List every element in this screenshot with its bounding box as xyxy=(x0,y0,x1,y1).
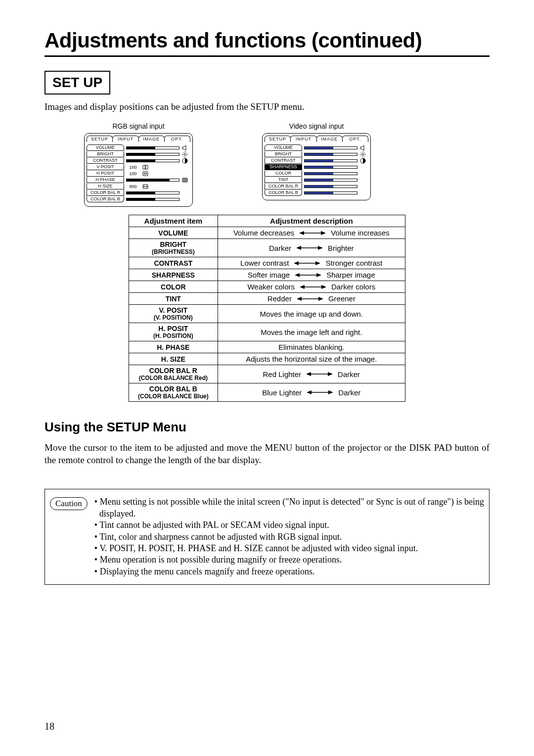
adj-item-desc: Blue LighterDarker xyxy=(218,383,405,402)
osd-row: H POSIT100 xyxy=(87,170,190,177)
osd-rgb: SETUPINPUTIMAGEOPT.VOLUMEBRIGHTCONTRASTV… xyxy=(84,133,193,207)
using-setup-heading: Using the SETUP Menu xyxy=(44,420,490,435)
phase-icon xyxy=(181,177,188,183)
adj-right: Sharper image xyxy=(326,271,375,279)
osd-row: SHARPNESS xyxy=(265,164,368,170)
adj-item-name: COLOR xyxy=(129,281,218,293)
adj-left: Darker xyxy=(269,244,291,252)
osd-row: CONTRAST xyxy=(265,157,368,164)
table-row: COLOR BAL R(COLOR BALANCE Red)Red Lighte… xyxy=(129,365,405,383)
adj-item-name: SHARPNESS xyxy=(129,269,218,281)
hpos-icon xyxy=(142,171,149,177)
adj-item-name: COLOR BAL R(COLOR BALANCE Red) xyxy=(129,365,218,383)
blank-icon xyxy=(359,177,366,183)
adj-item-desc: RedderGreener xyxy=(218,293,405,305)
osd-item-label: TINT xyxy=(265,177,302,183)
page-number: 18 xyxy=(44,721,54,732)
adj-item-desc: Eliminates blanking. xyxy=(218,341,405,353)
osd-row: COLOR BAL R xyxy=(265,183,368,189)
adj-left: Weaker colors xyxy=(247,283,295,291)
osd-value: 100 xyxy=(126,171,140,176)
adj-right: Greener xyxy=(328,294,356,303)
adj-right: Darker colors xyxy=(331,283,375,291)
table-row: TINTRedderGreener xyxy=(129,293,405,305)
double-arrow-icon xyxy=(294,260,320,266)
double-arrow-icon xyxy=(307,389,333,395)
adj-right: Darker xyxy=(338,370,360,378)
osd-value: 100 xyxy=(126,165,140,170)
adj-item-name: TINT xyxy=(129,293,218,305)
adj-left: Redder xyxy=(267,294,292,303)
caution-item: • Tint, color and sharpness cannot be ad… xyxy=(94,531,484,543)
blank-icon xyxy=(359,171,366,177)
table-row: VOLUMEVolume decreasesVolume increases xyxy=(129,227,405,239)
caution-item: • Tint cannot be adjusted with PAL or SE… xyxy=(94,520,484,531)
adj-left: Softer image xyxy=(248,271,290,279)
adj-item-desc: Weaker colorsDarker colors xyxy=(218,281,405,293)
osd-bar xyxy=(126,191,179,194)
contrast-icon xyxy=(181,158,188,164)
osd-tab: INPUT xyxy=(112,136,138,142)
adj-item-name: VOLUME xyxy=(129,227,218,239)
double-arrow-icon xyxy=(299,230,326,236)
adj-item-sub: (H. POSITION) xyxy=(132,332,215,339)
osd-tab: OPT. xyxy=(342,136,368,142)
caution-item: • Displaying the menu cancels magnify an… xyxy=(94,566,484,577)
osd-bar xyxy=(126,146,179,149)
osd-tab: IMAGE xyxy=(316,136,343,142)
adj-left: Volume decreases xyxy=(233,229,294,237)
adj-item-desc: Moves the image up and down. xyxy=(218,305,405,323)
speaker-icon xyxy=(181,145,188,151)
hsize-icon xyxy=(142,184,149,189)
osd-item-label: H SIZE xyxy=(87,184,124,189)
video-caption: Video signal input xyxy=(262,122,371,130)
double-arrow-icon xyxy=(295,272,321,278)
adj-item-name: H. POSIT(H. POSITION) xyxy=(129,323,218,341)
osd-row: TINT xyxy=(265,177,368,183)
video-menu-block: Video signal input SETUPINPUTIMAGEOPT.VO… xyxy=(262,122,371,207)
caution-list: • Menu setting is not possible while the… xyxy=(94,496,484,577)
using-setup-text: Move the cursor to the item to be adjust… xyxy=(44,442,490,466)
table-row: H. PHASEEliminates blanking. xyxy=(129,341,405,353)
osd-tab: IMAGE xyxy=(138,136,165,142)
sun-icon xyxy=(359,151,366,157)
rgb-menu-block: RGB signal input SETUPINPUTIMAGEOPT.VOLU… xyxy=(84,122,193,207)
adj-right: Stronger contrast xyxy=(325,259,382,267)
adj-item-name: V. POSIT(V. POSITION) xyxy=(129,305,218,323)
table-row: H. SIZEAdjusts the horizontal size of th… xyxy=(129,353,405,365)
adj-item-sub: (COLOR BALANCE Blue) xyxy=(132,393,215,400)
osd-bar xyxy=(126,159,179,162)
double-arrow-icon xyxy=(296,245,323,251)
table-row: SHARPNESSSofter imageSharper image xyxy=(129,269,405,281)
blank-icon xyxy=(181,196,188,202)
caution-box: Caution • Menu setting is not possible w… xyxy=(44,489,490,585)
adj-item-name: H. SIZE xyxy=(129,353,218,365)
osd-item-label: SHARPNESS xyxy=(265,164,302,170)
osd-item-label: BRIGHT xyxy=(87,151,124,157)
caution-item: • Menu operation is not possible during … xyxy=(94,554,484,566)
osd-row: COLOR BAL B xyxy=(87,196,190,202)
adj-left: Lower contrast xyxy=(240,259,289,267)
adj-th-desc: Adjustment description xyxy=(218,215,405,227)
osd-item-label: BRIGHT xyxy=(265,151,302,157)
osd-item-label: VOLUME xyxy=(265,144,302,151)
table-row: COLOR BAL B(COLOR BALANCE Blue)Blue Ligh… xyxy=(129,383,405,402)
adj-item-name: COLOR BAL B(COLOR BALANCE Blue) xyxy=(129,383,218,402)
osd-row: V POSIT100 xyxy=(87,164,190,170)
adj-item-desc: DarkerBrighter xyxy=(218,239,405,257)
osd-item-label: H PHASE xyxy=(87,177,124,183)
osd-bar xyxy=(304,159,357,162)
osd-item-label: COLOR BAL R xyxy=(87,190,124,196)
adj-item-sub: (COLOR BALANCE Red) xyxy=(132,375,215,381)
caution-item: • V. POSIT, H. POSIT, H. PHASE and H. SI… xyxy=(94,543,484,554)
osd-bar xyxy=(126,153,179,156)
intro-text: Images and display positions can be adju… xyxy=(44,101,490,112)
osd-item-label: COLOR BAL B xyxy=(87,196,124,202)
adj-item-name: H. PHASE xyxy=(129,341,218,353)
table-row: COLORWeaker colorsDarker colors xyxy=(129,281,405,293)
table-row: V. POSIT(V. POSITION)Moves the image up … xyxy=(129,305,405,323)
osd-bar xyxy=(126,179,179,182)
osd-tab: SETUP xyxy=(265,136,291,142)
adj-item-desc: Volume decreasesVolume increases xyxy=(218,227,405,239)
osd-row: VOLUME xyxy=(265,144,368,151)
